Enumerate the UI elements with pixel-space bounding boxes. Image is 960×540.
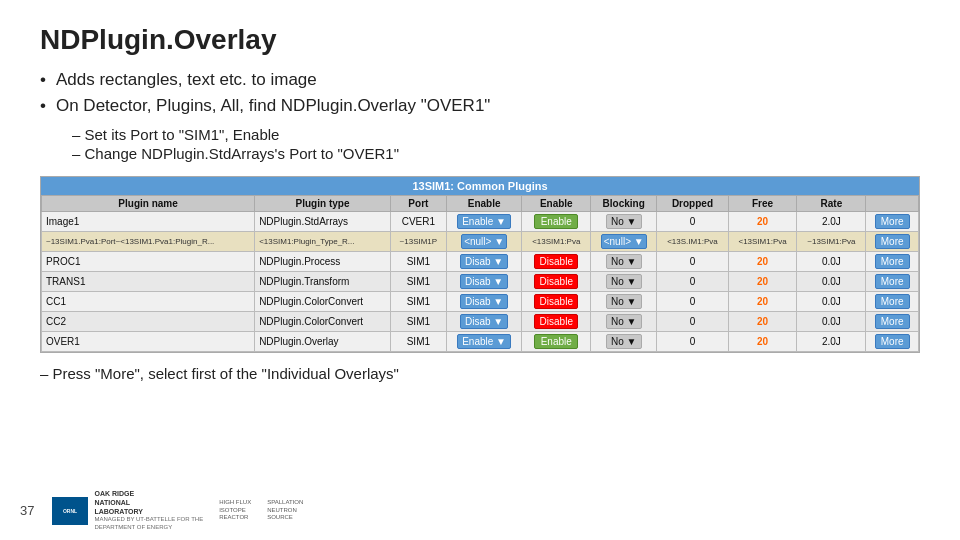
- cell-type: NDPlugin.ColorConvert: [255, 292, 391, 312]
- table-title: 13SIM1: Common Plugins: [41, 177, 919, 195]
- cell-blocking[interactable]: No ▼: [591, 252, 657, 272]
- cell-enable-status: Enable: [522, 332, 591, 352]
- cell-enable-ctrl[interactable]: Enable ▼: [446, 212, 522, 232]
- table-row: CC2 NDPlugin.ColorConvert SIM1 Disab ▼ D…: [42, 312, 919, 332]
- footer-org-text: OAK RIDGENATIONALLABORATORY MANAGED BY U…: [94, 489, 203, 532]
- page-number: 37: [20, 503, 34, 518]
- cell-enable-status: Disable: [522, 292, 591, 312]
- cell-free: 20: [728, 332, 797, 352]
- cell-free: 20: [728, 312, 797, 332]
- cell-name: OVER1: [42, 332, 255, 352]
- cell-blocking[interactable]: No ▼: [591, 312, 657, 332]
- col-header-enable-status: Enable: [522, 196, 591, 212]
- cell-port: SIM1: [390, 272, 446, 292]
- cell-rate-pva: ~13SIM1:Pva: [797, 232, 866, 252]
- plugins-table-container: 13SIM1: Common Plugins Plugin name Plugi…: [40, 176, 920, 353]
- cell-dropped: 0: [657, 272, 728, 292]
- cell-rate: 0.0J: [797, 252, 866, 272]
- cell-blocking[interactable]: No ▼: [591, 292, 657, 312]
- cell-enable-ctrl[interactable]: Disab ▼: [446, 312, 522, 332]
- cell-more[interactable]: More: [866, 292, 919, 312]
- cell-enable-ctrl[interactable]: Enable ▼: [446, 332, 522, 352]
- cell-more[interactable]: More: [866, 212, 919, 232]
- cell-rate: 0.0J: [797, 292, 866, 312]
- cell-enable-status-pva: <13SIM1:Pva: [522, 232, 591, 252]
- table-row: Image1 NDPlugin.StdArrays CVER1 Enable ▼…: [42, 212, 919, 232]
- plugins-table: Plugin name Plugin type Port Enable Enab…: [41, 195, 919, 352]
- sub-bullet-1: Set its Port to "SIM1", Enable: [72, 126, 920, 143]
- cell-type: NDPlugin.Transform: [255, 272, 391, 292]
- footer-facility-1: HIGH FLUXISOTOPEREACTOR: [219, 499, 251, 522]
- footer: 37 ORNL OAK RIDGENATIONALLABORATORY MANA…: [0, 489, 960, 532]
- cell-enable-status: Disable: [522, 312, 591, 332]
- cell-more[interactable]: More: [866, 252, 919, 272]
- cell-port: SIM1: [390, 252, 446, 272]
- cell-enable-ctrl[interactable]: Disab ▼: [446, 292, 522, 312]
- cell-blocking[interactable]: No ▼: [591, 272, 657, 292]
- cell-dropped: 0: [657, 252, 728, 272]
- col-header-name: Plugin name: [42, 196, 255, 212]
- cell-more[interactable]: More: [866, 312, 919, 332]
- cell-type: NDPlugin.Overlay: [255, 332, 391, 352]
- cell-free-pva: <13SIM1:Pva: [728, 232, 797, 252]
- col-header-dropped: Dropped: [657, 196, 728, 212]
- ornl-logo: ORNL: [52, 497, 88, 525]
- cell-more-pva[interactable]: More: [866, 232, 919, 252]
- col-header-type: Plugin type: [255, 196, 391, 212]
- cell-blocking[interactable]: No ▼: [591, 332, 657, 352]
- table-header-row: Plugin name Plugin type Port Enable Enab…: [42, 196, 919, 212]
- bullet-dot-2: •: [40, 96, 46, 116]
- footer-facility-2: SPALLATIONNEUTRONSOURCE: [267, 499, 303, 522]
- cell-more[interactable]: More: [866, 272, 919, 292]
- cell-port: CVER1: [390, 212, 446, 232]
- cell-name-pva: ~13SIM1.Pva1:Port~<13SIM1.Pva1:Plugin_R.…: [42, 232, 255, 252]
- cell-free: 20: [728, 292, 797, 312]
- table-row: PROC1 NDPlugin.Process SIM1 Disab ▼ Disa…: [42, 252, 919, 272]
- slide-title: NDPlugin.Overlay: [40, 24, 920, 56]
- bullet-dot-1: •: [40, 70, 46, 90]
- col-header-more: [866, 196, 919, 212]
- bullet-1: • Adds rectangles, text etc. to image: [40, 70, 920, 90]
- table-row-over1: OVER1 NDPlugin.Overlay SIM1 Enable ▼ Ena…: [42, 332, 919, 352]
- bullet-2: • On Detector, Plugins, All, find NDPlug…: [40, 96, 920, 116]
- bullet-2-text: On Detector, Plugins, All, find NDPlugin…: [56, 96, 490, 116]
- cell-type: NDPlugin.StdArrays: [255, 212, 391, 232]
- cell-enable-status: Enable: [522, 212, 591, 232]
- cell-dropped: 0: [657, 312, 728, 332]
- table-row: TRANS1 NDPlugin.Transform SIM1 Disab ▼ D…: [42, 272, 919, 292]
- col-header-rate: Rate: [797, 196, 866, 212]
- table-row-pva: ~13SIM1.Pva1:Port~<13SIM1.Pva1:Plugin_R.…: [42, 232, 919, 252]
- cell-blocking-pva[interactable]: <null> ▼: [591, 232, 657, 252]
- cell-enable-status: Disable: [522, 272, 591, 292]
- cell-enable-status: Disable: [522, 252, 591, 272]
- cell-type: NDPlugin.Process: [255, 252, 391, 272]
- footer-managed-by: MANAGED BY UT-BATTELLE FOR THEDEPARTMENT…: [94, 516, 203, 532]
- cell-dropped-pva: <13S.IM1:Pva: [657, 232, 728, 252]
- table-row: CC1 NDPlugin.ColorConvert SIM1 Disab ▼ D…: [42, 292, 919, 312]
- cell-name: PROC1: [42, 252, 255, 272]
- cell-blocking[interactable]: No ▼: [591, 212, 657, 232]
- cell-enable-ctrl[interactable]: Disab ▼: [446, 252, 522, 272]
- cell-type-pva: <13SIM1:Plugin_Type_R...: [255, 232, 391, 252]
- cell-dropped: 0: [657, 332, 728, 352]
- cell-name: Image1: [42, 212, 255, 232]
- cell-name: CC1: [42, 292, 255, 312]
- cell-port: SIM1: [390, 332, 446, 352]
- cell-free: 20: [728, 272, 797, 292]
- cell-rate: 0.0J: [797, 312, 866, 332]
- cell-free: 20: [728, 252, 797, 272]
- footer-lab-name: OAK RIDGENATIONALLABORATORY: [94, 489, 203, 516]
- cell-dropped: 0: [657, 212, 728, 232]
- cell-port: SIM1: [390, 292, 446, 312]
- svg-text:ORNL: ORNL: [63, 508, 77, 514]
- cell-name: TRANS1: [42, 272, 255, 292]
- slide: NDPlugin.Overlay • Adds rectangles, text…: [0, 0, 960, 540]
- cell-rate: 2.0J: [797, 332, 866, 352]
- cell-more[interactable]: More: [866, 332, 919, 352]
- cell-type: NDPlugin.ColorConvert: [255, 312, 391, 332]
- col-header-enable: Enable: [446, 196, 522, 212]
- cell-enable-ctrl[interactable]: Disab ▼: [446, 272, 522, 292]
- cell-rate: 2.0J: [797, 212, 866, 232]
- col-header-free: Free: [728, 196, 797, 212]
- cell-enable-ctrl-pva[interactable]: <null> ▼: [446, 232, 522, 252]
